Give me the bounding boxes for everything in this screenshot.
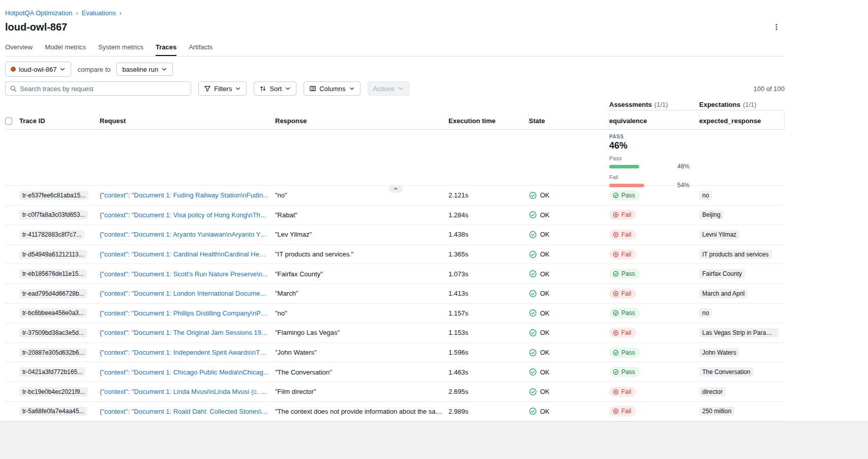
- request-cell: {"context": "Document 1: Phillips Distil…: [100, 309, 275, 317]
- tab-model-metrics[interactable]: Model metrics: [45, 41, 86, 56]
- request-link[interactable]: {"context": "Document 1: Visa policy of …: [100, 211, 269, 219]
- request-link[interactable]: {"context": "Document 1: The Original Ja…: [100, 329, 269, 336]
- column-header-response[interactable]: Response: [275, 112, 448, 129]
- execution-time-cell: 1.365s: [448, 250, 529, 258]
- baseline-run-dropdown[interactable]: baseline run: [116, 63, 173, 76]
- column-header-execution-time[interactable]: Execution time: [448, 112, 529, 129]
- chevron-down-icon: [235, 85, 241, 92]
- breadcrumb-link-evaluations[interactable]: Evaluations: [82, 9, 116, 17]
- request-link[interactable]: {"context": "Document 1: Aryanto Yuniawa…: [100, 231, 269, 238]
- assessment-badge: Pass: [609, 367, 640, 377]
- trace-id-chip[interactable]: tr-5a68fe0fa7e4aa45...: [19, 407, 87, 416]
- request-link[interactable]: {"context": "Document 1: Independent Spi…: [100, 349, 269, 356]
- expectations-group-header: Expectations (1/1): [699, 99, 785, 110]
- breadcrumb-link-experiment[interactable]: HotpotQA Optimization: [5, 9, 72, 17]
- ok-check-circle-icon: [529, 349, 537, 357]
- tab-overview[interactable]: Overview: [5, 41, 33, 56]
- table-row: tr-411782883c8f7c7... {"context": "Docum…: [5, 225, 785, 245]
- execution-time-cell: 1.413s: [448, 290, 529, 297]
- column-header-request[interactable]: Request: [100, 112, 275, 129]
- tab-artifacts[interactable]: Artifacts: [189, 41, 213, 56]
- trace-id-cell: tr-0421a3fd772b165...: [19, 367, 100, 377]
- trace-id-chip[interactable]: tr-ead795d4d66728b...: [19, 289, 87, 298]
- request-cell: {"context": "Document 1: Aryanto Yuniawa…: [100, 231, 275, 238]
- request-link[interactable]: {"context": "Document 1: London Internat…: [100, 290, 269, 297]
- column-header-expected-response[interactable]: expected_response: [699, 112, 785, 129]
- trace-id-cell: tr-e537fee6c81aba15...: [19, 191, 100, 200]
- evaluation-traces-page: HotpotQA Optimization › Evaluations › lo…: [0, 0, 868, 459]
- trace-id-cell: tr-20887e305d632b6...: [19, 348, 100, 357]
- state-label: OK: [540, 309, 550, 317]
- column-header-state[interactable]: State: [529, 112, 609, 129]
- pass-metric: Pass 46%: [609, 155, 699, 170]
- request-link[interactable]: {"context": "Document 1: Linda Mvusi\nLi…: [100, 388, 269, 395]
- response-cell: "Flamingo Las Vegas": [275, 329, 448, 336]
- columns-button[interactable]: Columns: [304, 81, 360, 96]
- trace-id-chip[interactable]: tr-e537fee6c81aba15...: [19, 191, 88, 200]
- check-circle-icon: [613, 310, 619, 316]
- trace-id-chip[interactable]: tr-eb185676de11e15...: [19, 269, 87, 278]
- ok-check-circle-icon: [529, 250, 537, 259]
- select-all-checkbox[interactable]: [5, 118, 12, 125]
- trace-id-chip[interactable]: tr-bc6bbeea456e0a3...: [19, 308, 87, 318]
- trace-id-chip[interactable]: tr-20887e305d632b6...: [19, 348, 87, 357]
- trace-id-cell: tr-37509bd38ac3e5d...: [19, 328, 100, 337]
- more-options-button[interactable]: [770, 21, 783, 33]
- execution-time-cell: 2.695s: [448, 388, 529, 395]
- equivalence-cell: Fail: [609, 210, 699, 220]
- assessment-badge-label: Fail: [621, 231, 631, 238]
- pass-bar-fill: [609, 165, 639, 168]
- actions-button[interactable]: Actions: [368, 81, 410, 96]
- collapse-summary-button[interactable]: [388, 185, 403, 193]
- assessment-badge-label: Pass: [621, 192, 635, 199]
- request-link[interactable]: {"context": "Document 1: Chicago Public …: [100, 368, 269, 376]
- breadcrumb-separator-icon: ›: [119, 9, 122, 17]
- expected-response-cell: Beijing: [699, 210, 785, 219]
- filters-button[interactable]: Filters: [198, 81, 247, 96]
- column-header-trace-id[interactable]: Trace ID: [19, 112, 100, 129]
- equivalence-cell: Fail: [609, 387, 699, 397]
- assessment-badge-label: Pass: [621, 309, 635, 317]
- response-cell: "no": [275, 309, 448, 317]
- request-link[interactable]: {"context": "Document 1: Cardinal Health…: [100, 250, 269, 258]
- tab-traces[interactable]: Traces: [156, 41, 176, 56]
- request-link[interactable]: {"context": "Document 1: Fuding Railway …: [100, 191, 269, 199]
- x-circle-icon: [613, 408, 619, 414]
- trace-id-cell: tr-c0f7fa8a3c03fd653...: [19, 210, 100, 219]
- expected-response-cell: 250 million: [699, 407, 785, 416]
- toolbar: Filters Sort Columns Actions 100 of 100: [5, 81, 785, 96]
- request-link[interactable]: {"context": "Document 1: Roald Dahl: Col…: [100, 408, 269, 415]
- trace-id-chip[interactable]: tr-411782883c8f7c7...: [19, 230, 84, 239]
- trace-id-cell: tr-ead795d4d66728b...: [19, 289, 100, 298]
- pass-rate-summary: PASS 46% Pass 46% Fail: [609, 130, 699, 189]
- execution-time-cell: 1.073s: [448, 270, 529, 278]
- request-link[interactable]: {"context": "Document 1: Phillips Distil…: [100, 309, 269, 317]
- search-input[interactable]: [20, 85, 187, 93]
- trace-id-cell: tr-bc6bbeea456e0a3...: [19, 308, 100, 318]
- state-cell: OK: [529, 349, 609, 357]
- fail-bar-track: [609, 184, 674, 187]
- ok-check-circle-icon: [529, 191, 537, 199]
- tab-system-metrics[interactable]: System metrics: [98, 41, 143, 56]
- trace-id-chip[interactable]: tr-d54949a61212113...: [19, 250, 87, 259]
- sort-button[interactable]: Sort: [254, 81, 296, 96]
- trace-id-chip[interactable]: tr-37509bd38ac3e5d...: [19, 328, 87, 337]
- request-cell: {"context": "Document 1: Visa policy of …: [100, 211, 275, 219]
- response-cell: "Fairfax County": [275, 270, 448, 278]
- execution-time-cell: 1.596s: [448, 349, 529, 356]
- assessments-group-header: Assessments (1/1): [609, 99, 699, 110]
- trace-id-chip[interactable]: tr-c0f7fa8a3c03fd653...: [19, 210, 88, 219]
- assessment-badge: Fail: [609, 230, 636, 240]
- assessment-badge-label: Fail: [621, 211, 631, 218]
- assessment-badge: Fail: [609, 328, 636, 338]
- trace-id-chip[interactable]: tr-0421a3fd772b165...: [19, 367, 85, 377]
- state-cell: OK: [529, 231, 609, 239]
- trace-id-chip[interactable]: tr-bc19e0b4ec2021f9...: [19, 387, 88, 396]
- ok-check-circle-icon: [529, 309, 537, 317]
- request-cell: {"context": "Document 1: Chicago Public …: [100, 368, 275, 376]
- column-header-equivalence[interactable]: equivalence: [609, 112, 699, 129]
- run-selector-dropdown[interactable]: loud-owl-867: [5, 62, 71, 77]
- assessment-badge-label: Fail: [621, 408, 631, 415]
- request-link[interactable]: {"context": "Document 1: Scott's Run Nat…: [100, 270, 269, 278]
- expected-response-cell: no: [699, 308, 785, 318]
